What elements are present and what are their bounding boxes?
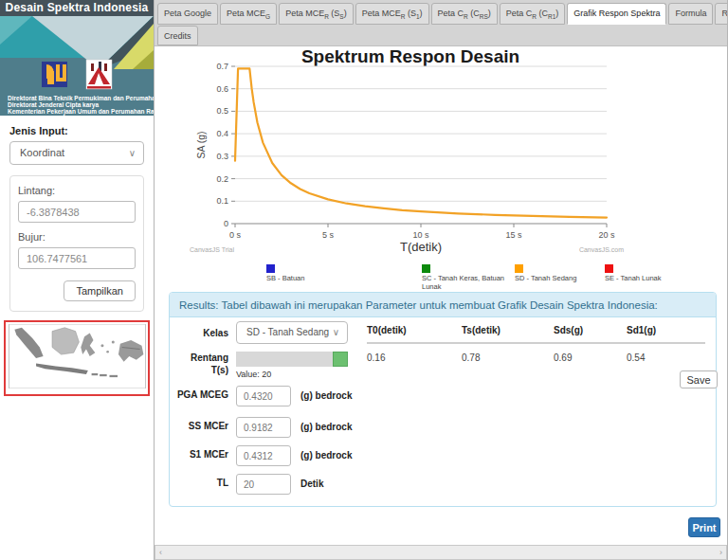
tab-peta-mce-r-ss[interactable]: Peta MCER (SS) [279,3,354,25]
app-title: Desain Spektra Indonesia [0,0,154,16]
tab-strip: Peta GooglePeta MCEGPeta MCER (SS)Peta M… [155,0,727,46]
save-button[interactable]: Save [680,370,718,388]
svg-text:0: 0 [224,219,228,228]
tab-grafik-respon-spektra[interactable]: Grafik Respon Spektra [567,3,666,25]
ss-mcer-label: SS MCEr [175,420,228,432]
legend-swatch-icon [605,264,613,273]
chevron-down-icon: ∨ [129,142,136,164]
tab-row-1: Peta GooglePeta MCEGPeta MCER (SS)Peta M… [157,3,727,25]
tab-content: Spektrum Respon Desain 00.10.20.30.40.50… [155,46,727,545]
table-header-cell: T0(detik) [367,319,462,344]
tl-input[interactable] [236,474,291,495]
jenis-input-value: Koordinat [20,147,64,158]
table-value-cell: 0.16 [367,344,462,363]
kelas-label: Kelas [175,327,228,339]
pusgen-logo [86,60,112,89]
svg-text:0.1: 0.1 [216,196,228,206]
results-panel: Results: Tabel dibawah ini merupakan Par… [169,292,717,507]
svg-text:0.2: 0.2 [216,174,228,184]
jenis-input-select[interactable]: Koordinat ∨ [9,141,144,165]
svg-text:20 s: 20 s [598,230,615,240]
legend-swatch-icon [266,264,275,273]
ss-mcer-input[interactable] [236,417,291,438]
tab-formula[interactable]: Formula [668,3,713,25]
rentang-slider[interactable] [236,352,348,367]
scroll-left-icon[interactable]: ‹ [159,547,162,559]
legend-item[interactable]: SE - Tanah Lunak [605,264,719,283]
tab-row-2: Credits [157,26,200,45]
banner-text-line: Kementerian Pekerjaan Umum dan Perumahan… [8,108,154,115]
legend-label: SC - Tanah Keras, Batuan Lunak [422,275,521,291]
table-value-cell: 0.69 [554,344,627,363]
tampilkan-button[interactable]: Tampilkan [64,280,136,301]
spectrum-chart-svg: 00.10.20.30.40.50.60.70 s5 s10 s15 s20 s… [190,59,635,260]
chart-legend: SB - BatuanSC - Tanah Keras, Batuan Luna… [155,264,727,287]
scroll-right-icon[interactable]: › [719,547,722,559]
banner-text-line: Direktorat Jenderal Cipta karya [8,101,99,108]
bujur-label: Bujur: [18,231,136,243]
table-header-cell: Sd1(g) [627,319,705,344]
agency-banner: Direktorat Bina Teknik Permukiman dan Pe… [0,16,154,116]
jenis-input-label: Jenis Input: [9,125,144,136]
s1-mcer-input[interactable] [236,445,291,466]
lintang-label: Lintang: [18,185,136,196]
tab-peta-cr-cr1[interactable]: Peta CR (CR1) [500,3,566,25]
main-panel: Peta GooglePeta MCEGPeta MCER (SS)Peta M… [155,0,728,560]
app-window: Desain Spektra Indonesia [0,0,728,560]
bujur-input[interactable] [18,247,136,269]
svg-text:15 s: 15 s [505,230,522,240]
slider-handle[interactable] [333,352,348,367]
lintang-input[interactable] [18,201,136,223]
table-value-cell: 0.54 [627,344,705,363]
svg-text:0 s: 0 s [229,230,242,240]
svg-text:5 s: 5 s [322,230,335,240]
x-axis-label: T(detik) [400,240,442,254]
table-value-cell: 0.78 [462,344,554,363]
svg-text:0.6: 0.6 [216,84,228,94]
watermark-left: CanvasJS Trial [190,246,235,253]
results-header: Results: Tabel dibawah ini merupakan Par… [170,293,716,317]
kelas-select[interactable]: SD - Tanah Sedang ∨ [236,321,348,344]
tab-peta-cr-crs[interactable]: Peta CR (CRS) [431,3,498,25]
horizontal-scrollbar[interactable]: ‹ › [155,545,727,560]
legend-swatch-icon [515,264,523,273]
tab-peta-google[interactable]: Peta Google [157,3,218,25]
legend-item[interactable]: SB - Batuan [266,264,418,283]
rentang-label: Rentang T(s) [175,352,228,376]
coordinate-box: Lintang: Bujur: Tampilkan [9,175,144,312]
pga-mceg-label: PGA MCEG [175,388,228,401]
legend-item[interactable]: SC - Tanah Keras, Batuan Lunak [422,264,521,291]
slider-value: Value: 20 [236,370,271,379]
banner-text-line: Direktorat Bina Teknik Permukiman dan Pe… [8,95,154,101]
watermark-right[interactable]: CanvasJS.com [579,246,624,253]
indonesia-map-graphic [8,324,147,388]
kelas-value: SD - Tanah Sedang [246,327,329,337]
tab-resource[interactable]: Resource [715,3,727,25]
tab-peta-mce-g[interactable]: Peta MCEG [220,3,277,25]
spectrum-chart: 00.10.20.30.40.50.60.70 s5 s10 s15 s20 s… [190,59,635,263]
svg-text:0.3: 0.3 [216,152,228,161]
legend-label: SE - Tanah Lunak [605,275,719,283]
s1-mcer-label: S1 MCEr [175,448,228,461]
pu-logo [42,62,67,87]
svg-text:0.7: 0.7 [216,62,228,71]
sidebar: Desain Spektra Indonesia [0,0,155,560]
print-button[interactable]: Print [688,517,720,537]
parameter-table: T0(detik)Ts(detik)Sds(g)Sd1(g)0.160.780.… [367,319,705,363]
indonesia-map-thumbnail[interactable] [4,320,150,396]
legend-swatch-icon [422,264,430,273]
svg-text:0.4: 0.4 [216,129,228,138]
tab-credits[interactable]: Credits [157,26,198,45]
pga-mceg-unit: (g) bedrock [300,390,352,401]
table-header-cell: Sds(g) [554,319,627,344]
pga-mceg-input[interactable] [236,386,291,406]
ss-mcer-unit: (g) bedrock [300,422,352,432]
tab-peta-mce-r-s1[interactable]: Peta MCER (S1) [355,3,429,25]
table-header-cell: Ts(detik) [462,319,554,344]
y-axis-label: SA (g) [195,131,207,158]
s1-mcer-unit: (g) bedrock [300,450,352,461]
legend-label: SB - Batuan [266,275,418,283]
tl-unit: Detik [300,479,323,489]
svg-text:0.5: 0.5 [216,106,228,116]
chevron-down-icon: ∨ [333,322,339,343]
